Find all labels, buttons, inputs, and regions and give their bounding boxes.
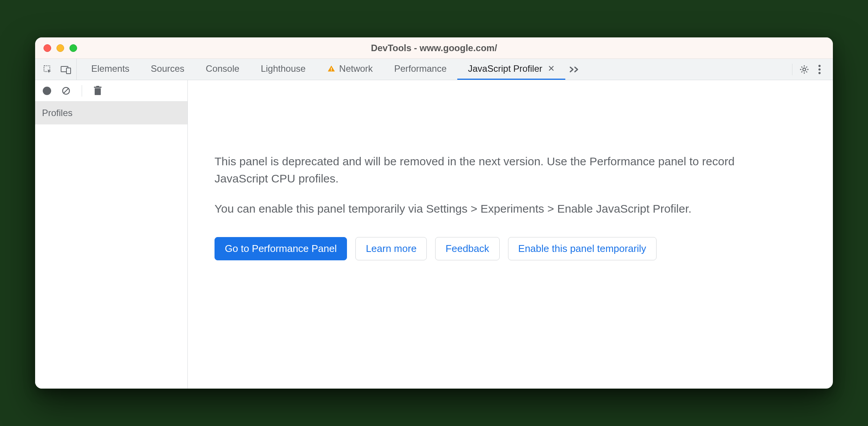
svg-line-10 bbox=[64, 89, 68, 93]
button-label: Go to Performance Panel bbox=[225, 243, 337, 254]
settings-icon[interactable] bbox=[799, 64, 810, 75]
device-toolbar-icon[interactable] bbox=[60, 64, 72, 75]
deprecation-paragraph-1: This panel is deprecated and will be rem… bbox=[215, 153, 768, 187]
deprecation-paragraph-2: You can enable this panel temporarily vi… bbox=[215, 200, 768, 217]
tab-label: JavaScript Profiler bbox=[468, 63, 542, 74]
svg-rect-4 bbox=[331, 70, 332, 71]
sidebar-item-label: Profiles bbox=[42, 108, 73, 118]
tabs-right-tools bbox=[790, 59, 831, 80]
tab-javascript-profiler[interactable]: JavaScript Profiler ✕ bbox=[457, 59, 565, 80]
svg-point-7 bbox=[818, 68, 821, 71]
kebab-menu-icon[interactable] bbox=[814, 64, 825, 75]
close-window-button[interactable] bbox=[44, 44, 51, 52]
devtools-window: DevTools - www.google.com/ bbox=[35, 37, 833, 389]
tab-strip: Elements Sources Console Lighthouse bbox=[81, 59, 584, 80]
profiler-sidebar: Profiles bbox=[35, 80, 188, 389]
record-icon[interactable] bbox=[41, 85, 53, 97]
svg-rect-11 bbox=[95, 88, 101, 95]
tab-label: Console bbox=[206, 63, 239, 74]
titlebar: DevTools - www.google.com/ bbox=[35, 37, 833, 59]
button-label: Learn more bbox=[366, 243, 416, 254]
tab-label: Network bbox=[339, 63, 373, 74]
window-title: DevTools - www.google.com/ bbox=[371, 43, 497, 53]
go-to-performance-button[interactable]: Go to Performance Panel bbox=[215, 237, 347, 260]
minimize-window-button[interactable] bbox=[56, 44, 64, 52]
warning-icon bbox=[327, 65, 336, 73]
divider bbox=[792, 64, 792, 75]
trash-icon[interactable] bbox=[92, 85, 103, 97]
divider bbox=[82, 85, 82, 97]
learn-more-button[interactable]: Learn more bbox=[355, 237, 427, 260]
action-buttons: Go to Performance Panel Learn more Feedb… bbox=[215, 237, 806, 260]
sidebar-toolbar bbox=[35, 80, 187, 102]
more-tabs-icon[interactable] bbox=[565, 59, 584, 80]
tabs-bar: Elements Sources Console Lighthouse bbox=[35, 59, 833, 80]
close-tab-icon[interactable]: ✕ bbox=[548, 64, 555, 74]
svg-rect-3 bbox=[331, 68, 332, 70]
button-label: Feedback bbox=[445, 243, 489, 254]
svg-point-8 bbox=[818, 72, 821, 74]
svg-rect-2 bbox=[66, 68, 71, 74]
deprecation-message: This panel is deprecated and will be rem… bbox=[215, 153, 768, 217]
fullscreen-window-button[interactable] bbox=[69, 44, 77, 52]
enable-temporarily-button[interactable]: Enable this panel temporarily bbox=[508, 237, 657, 260]
tab-sources[interactable]: Sources bbox=[140, 59, 195, 80]
tab-label: Performance bbox=[394, 63, 447, 74]
tab-label: Lighthouse bbox=[261, 63, 305, 74]
svg-rect-13 bbox=[96, 86, 99, 87]
tab-label: Elements bbox=[91, 63, 129, 74]
window-controls bbox=[44, 44, 77, 52]
tabs-left-tools bbox=[37, 59, 77, 80]
inspect-element-icon[interactable] bbox=[42, 64, 53, 75]
panel-body: Profiles This panel is deprecated and wi… bbox=[35, 80, 833, 389]
sidebar-item-profiles[interactable]: Profiles bbox=[35, 102, 187, 124]
tab-elements[interactable]: Elements bbox=[81, 59, 140, 80]
tab-lighthouse[interactable]: Lighthouse bbox=[250, 59, 316, 80]
tab-console[interactable]: Console bbox=[195, 59, 250, 80]
tab-network[interactable]: Network bbox=[316, 59, 384, 80]
feedback-button[interactable]: Feedback bbox=[435, 237, 499, 260]
button-label: Enable this panel temporarily bbox=[518, 243, 646, 254]
svg-point-5 bbox=[803, 68, 805, 71]
tab-performance[interactable]: Performance bbox=[384, 59, 457, 80]
clear-icon[interactable] bbox=[60, 85, 72, 97]
svg-point-6 bbox=[818, 65, 821, 67]
sidebar-list: Profiles bbox=[35, 102, 187, 389]
main-content: This panel is deprecated and will be rem… bbox=[188, 80, 833, 389]
tab-label: Sources bbox=[151, 63, 184, 74]
